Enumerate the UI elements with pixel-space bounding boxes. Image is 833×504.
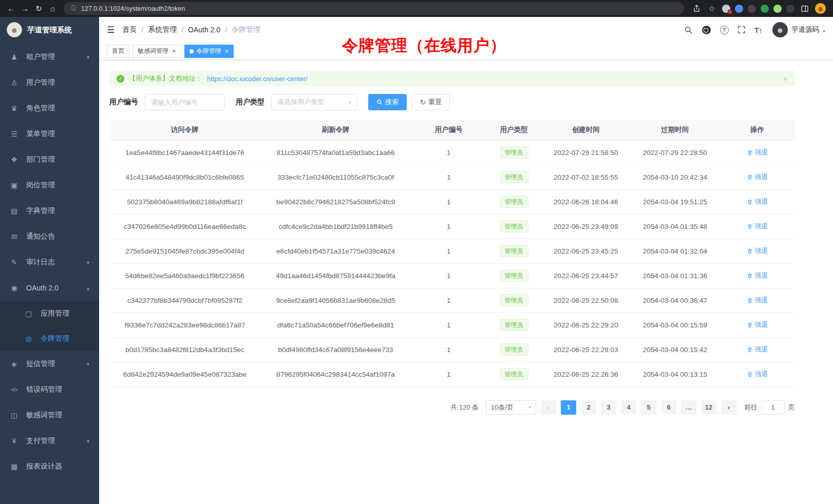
force-logout-button[interactable]: 强退	[747, 197, 768, 206]
browser-profile-avatar[interactable]: ☻	[815, 3, 826, 14]
user-menu[interactable]: ☻ 芋道源码 ▾	[772, 22, 825, 37]
close-icon[interactable]: ×	[172, 48, 176, 54]
chevron-up-icon: ▴	[87, 285, 89, 291]
fullscreen-icon[interactable]	[737, 26, 746, 34]
cell-user-type: 管理员	[486, 288, 541, 313]
tab-bar: 首页 敏感词管理 × 令牌管理 ×	[99, 43, 833, 60]
browser-home-button[interactable]: ⌂	[46, 2, 60, 15]
sidebar-item-report-designer[interactable]: ▦ 报表设计器	[0, 454, 99, 479]
extension-icon[interactable]	[786, 5, 794, 13]
share-icon[interactable]	[691, 4, 702, 14]
app-window: ☻ 芋道管理系统 ♟ 租户管理 ▾ ♙ 用户管理 ♛ 角色管理 ☰ 菜单管理 ❖	[0, 17, 833, 504]
table-row: 54d6be82ee5a460a9aedc1f9bf223656 49d1aa4…	[109, 263, 795, 288]
prev-page-button[interactable]: ‹	[541, 400, 556, 415]
cell-access-token: 54d6be82ee5a460a9aedc1f9bf223656	[109, 263, 260, 288]
user-type-tag: 管理员	[500, 245, 528, 257]
next-page-button[interactable]: ›	[721, 400, 736, 415]
search-icon[interactable]	[684, 26, 693, 34]
alert-close-icon[interactable]: ×	[783, 74, 788, 83]
extension-icon[interactable]	[735, 5, 743, 13]
breadcrumb-oauth2[interactable]: OAuth 2.0	[188, 26, 220, 34]
user-type-tag: 管理员	[500, 171, 528, 183]
extension-icon[interactable]	[748, 5, 756, 13]
delete-icon	[747, 346, 753, 353]
page-size-select[interactable]: 10条/页 ▾	[486, 400, 536, 415]
extension-icon[interactable]	[773, 5, 782, 13]
cell-user-type: 管理员	[486, 362, 541, 386]
breadcrumb-home[interactable]: 首页	[122, 25, 137, 34]
sidebar-item-oauth2-token[interactable]: ◎ 令牌管理	[0, 326, 99, 351]
page-button-5[interactable]: 5	[641, 400, 656, 415]
tab-sensitive-word[interactable]: 敏感词管理 ×	[132, 45, 181, 58]
user-type-select[interactable]: 请选择用户类型 ▾	[271, 94, 357, 110]
breadcrumb-system[interactable]: 系统管理	[148, 25, 177, 34]
refresh-icon: ↻	[420, 99, 426, 106]
help-icon[interactable]: ?	[720, 26, 729, 34]
force-logout-button[interactable]: 强退	[747, 370, 768, 379]
tab-home[interactable]: 首页	[107, 45, 129, 58]
bookmark-star-icon[interactable]: ☆	[707, 4, 717, 14]
sidebar-item-error-code[interactable]: </> 错误码管理	[0, 377, 99, 402]
sidebar-item-sensitive-word[interactable]: ◫ 敏感词管理	[0, 402, 99, 428]
user-type-tag: 管理员	[500, 319, 528, 331]
browser-forward-button[interactable]: →	[18, 2, 32, 15]
page-button-4[interactable]: 4	[621, 400, 636, 415]
sidebar-item-user[interactable]: ♙ 用户管理	[0, 70, 99, 95]
cell-access-token: 1ea5e44f8bc1467aaede43144f31de76	[109, 140, 260, 165]
sidebar-item-oauth2-app[interactable]: ▢ 应用管理	[0, 301, 99, 326]
reset-button[interactable]: ↻ 重置	[412, 94, 450, 110]
page-button-3[interactable]: 3	[601, 400, 616, 415]
force-logout-button[interactable]: 强退	[747, 271, 768, 280]
extension-icon[interactable]	[761, 5, 769, 13]
browser-toolbar-right: ☆ ☻	[688, 3, 829, 14]
force-logout-button[interactable]: 强退	[747, 320, 768, 329]
page-button-12[interactable]: 12	[701, 400, 716, 415]
sidebar-item-menu[interactable]: ☰ 菜单管理	[0, 121, 99, 147]
cell-actions: 强退	[720, 165, 795, 189]
sidebar-item-post[interactable]: ▣ 岗位管理	[0, 172, 99, 198]
app-logo[interactable]: ☻ 芋道管理系统	[0, 17, 99, 43]
more-pages-button[interactable]: …	[681, 400, 696, 415]
font-size-icon[interactable]: TT	[754, 26, 762, 34]
close-icon[interactable]: ×	[225, 48, 229, 54]
goto-page-input[interactable]	[761, 400, 785, 415]
force-logout-button[interactable]: 强退	[747, 148, 768, 157]
doc-alert: ✓ 【用户体系】文档地址： https://doc.iocoder.cn/use…	[109, 71, 795, 86]
sidebar-item-audit-log[interactable]: ✎ 审计日志 ▾	[0, 249, 99, 275]
user-id-input[interactable]	[145, 94, 225, 110]
search-button[interactable]: 搜索	[368, 94, 407, 110]
sidebar-toggle-icon[interactable]: ☰	[107, 25, 115, 35]
doc-link[interactable]: https://doc.iocoder.cn/user-center/	[207, 75, 308, 83]
force-logout-button[interactable]: 强退	[747, 296, 768, 305]
app-icon: ▢	[24, 309, 33, 318]
page-button-6[interactable]: 6	[661, 400, 676, 415]
sidebar-item-dict[interactable]: ▤ 字典管理	[0, 198, 99, 224]
github-icon[interactable]	[702, 25, 711, 35]
dept-icon: ❖	[10, 156, 18, 164]
sidebar-item-pay[interactable]: ¥ 支付管理 ▾	[0, 428, 99, 454]
tab-token[interactable]: 令牌管理 ×	[184, 45, 234, 58]
cell-access-token: 41c41346a548490f9dc8b01c6bfe0865	[109, 165, 260, 189]
navbar-tools: ? TT ☻ 芋道源码 ▾	[684, 22, 825, 37]
force-logout-button[interactable]: 强退	[747, 246, 768, 256]
extension-icon[interactable]	[722, 5, 730, 13]
browser-reload-button[interactable]: ↻	[32, 2, 46, 15]
sidebar-item-oauth2[interactable]: ◉ OAuth 2.0 ▴	[0, 275, 99, 301]
sidebar-item-dept[interactable]: ❖ 部门管理	[0, 147, 99, 172]
force-logout-button[interactable]: 强退	[747, 345, 768, 354]
force-logout-button[interactable]: 强退	[747, 172, 768, 182]
page-button-2[interactable]: 2	[581, 400, 596, 415]
sidebar-item-role[interactable]: ♛ 角色管理	[0, 95, 99, 121]
filter-user-type: 用户类型 请选择用户类型 ▾	[236, 94, 357, 110]
page-button-1[interactable]: 1	[561, 400, 576, 415]
cell-refresh-token: 9ce8ef2aa9f14056b831ae9b608e28d5	[260, 288, 411, 313]
sidebar-item-notice[interactable]: ✉ 通知公告	[0, 224, 99, 249]
site-info-icon[interactable]: ⓘ	[70, 4, 77, 13]
browser-back-button[interactable]: ←	[4, 2, 18, 15]
sidebar-item-tenant[interactable]: ♟ 租户管理 ▾	[0, 44, 99, 70]
split-view-icon[interactable]	[800, 4, 810, 14]
address-bar[interactable]: ⓘ 127.0.0.1:1024/system/oauth2/token	[64, 2, 684, 15]
book-icon: ◫	[10, 411, 18, 419]
sidebar-item-sms[interactable]: ◈ 短信管理 ▾	[0, 351, 99, 377]
force-logout-button[interactable]: 强退	[747, 222, 768, 231]
